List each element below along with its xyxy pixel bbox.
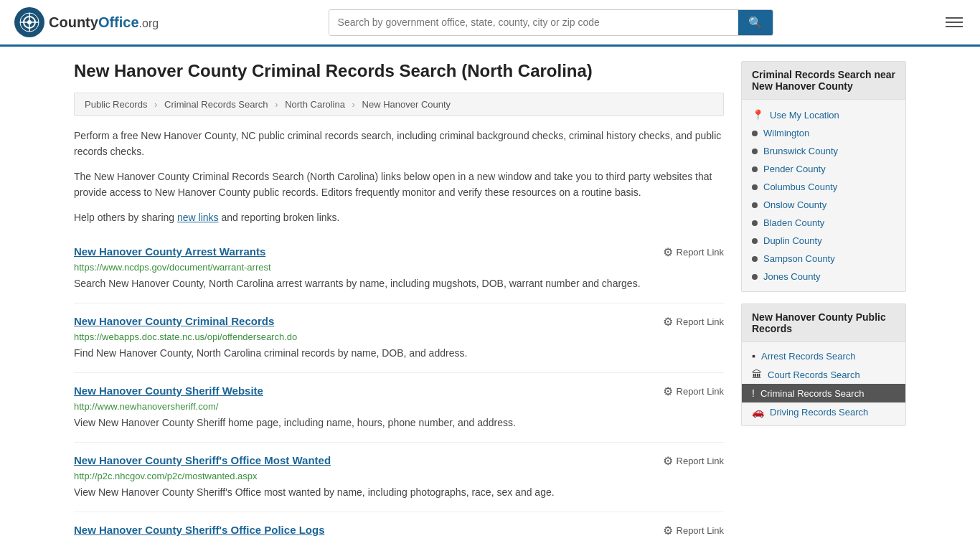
nearby-link-0[interactable]: Wilmington <box>763 128 809 138</box>
search-bar: 🔍 <box>329 9 773 36</box>
nearby-dot <box>752 184 758 190</box>
nearby-dot <box>752 256 758 262</box>
nearby-dot <box>752 274 758 280</box>
public-records-title: New Hanover County Public Records <box>742 304 905 342</box>
search-input[interactable] <box>329 10 738 35</box>
breadcrumb-criminal-records[interactable]: Criminal Records Search <box>164 99 268 110</box>
result-item: New Hanover County Sheriff Website ⚙ Rep… <box>74 373 724 443</box>
nearby-item[interactable]: Jones County <box>742 268 905 286</box>
result-title-0[interactable]: New Hanover County Arrest Warrants <box>74 245 265 258</box>
rec-icon-2: ! <box>752 387 755 399</box>
breadcrumb-current: New Hanover County <box>362 99 451 110</box>
nearby-dot <box>752 166 758 172</box>
report-icon-3: ⚙ <box>663 454 673 468</box>
nearby-item[interactable]: Sampson County <box>742 250 905 268</box>
result-desc-1: Find New Hanover County, North Carolina … <box>74 346 724 361</box>
breadcrumb-north-carolina[interactable]: North Carolina <box>285 99 345 110</box>
result-title-4[interactable]: New Hanover County Sheriff's Office Poli… <box>74 524 324 536</box>
nearby-link-7[interactable]: Sampson County <box>763 253 835 264</box>
nearby-section: Criminal Records Search near New Hanover… <box>741 61 906 292</box>
result-url-2: http://www.newhanoversheriff.com/ <box>74 401 724 412</box>
search-button[interactable]: 🔍 <box>738 10 773 35</box>
report-icon-1: ⚙ <box>663 315 673 329</box>
records-link-3[interactable]: Driving Records Search <box>770 407 868 418</box>
report-icon-0: ⚙ <box>663 245 673 259</box>
nearby-item[interactable]: Brunswick County <box>742 142 905 160</box>
result-title-1[interactable]: New Hanover County Criminal Records <box>74 315 274 327</box>
result-desc-2: View New Hanover County Sheriff home pag… <box>74 415 724 430</box>
result-url-1: https://webapps.doc.state.nc.us/opi/offe… <box>74 331 724 342</box>
records-item[interactable]: ! Criminal Records Search <box>742 384 905 402</box>
rec-icon-1: 🏛 <box>752 369 762 380</box>
sidebar: Criminal Records Search near New Hanover… <box>741 61 906 551</box>
nearby-title: Criminal Records Search near New Hanover… <box>742 62 905 100</box>
nearby-item[interactable]: Pender County <box>742 160 905 178</box>
nearby-item[interactable]: Bladen County <box>742 214 905 232</box>
page-title: New Hanover County Criminal Records Sear… <box>74 61 724 81</box>
result-url-3: http://p2c.nhcgov.com/p2c/mostwanted.asp… <box>74 471 724 481</box>
report-icon-4: ⚙ <box>663 524 673 537</box>
records-link-0[interactable]: Arrest Records Search <box>761 351 856 362</box>
nearby-link-6[interactable]: Duplin County <box>763 235 822 246</box>
report-icon-2: ⚙ <box>663 385 673 398</box>
public-records-section: New Hanover County Public Records ▪ Arre… <box>741 303 906 426</box>
nearby-dot <box>752 220 758 226</box>
nearby-link-2[interactable]: Pender County <box>763 164 826 174</box>
nearby-link-8[interactable]: Jones County <box>763 271 821 282</box>
nearby-dot <box>752 149 758 154</box>
logo-text: CountyOffice.org <box>49 14 159 31</box>
breadcrumb-public-records[interactable]: Public Records <box>85 99 147 110</box>
description-1: Perform a free New Hanover County, NC pu… <box>74 128 724 160</box>
report-link-1[interactable]: ⚙ Report Link <box>663 315 724 329</box>
logo-icon <box>14 7 44 37</box>
nearby-link-3[interactable]: Columbus County <box>763 182 837 192</box>
records-link-1[interactable]: Court Records Search <box>768 369 860 380</box>
result-item: New Hanover County Sheriff's Office Most… <box>74 443 724 512</box>
result-desc-0: Search New Hanover County, North Carolin… <box>74 276 724 291</box>
report-link-0[interactable]: ⚙ Report Link <box>663 245 724 259</box>
nearby-dot <box>752 202 758 208</box>
use-my-location-link[interactable]: Use My Location <box>770 110 839 121</box>
location-icon: 📍 <box>752 109 764 121</box>
rec-icon-3: 🚗 <box>752 406 764 418</box>
report-link-2[interactable]: ⚙ Report Link <box>663 385 724 398</box>
logo[interactable]: CountyOffice.org <box>14 7 159 37</box>
result-desc-3: View New Hanover County Sheriff's Office… <box>74 485 724 500</box>
description-3: Help others by sharing new links and rep… <box>74 209 724 225</box>
records-item[interactable]: 🏛 Court Records Search <box>742 365 905 384</box>
result-item: New Hanover County Criminal Records ⚙ Re… <box>74 303 724 373</box>
result-item: New Hanover County Sheriff's Office Poli… <box>74 512 724 551</box>
result-url-0: https://www.ncdps.gov/document/warrant-a… <box>74 262 724 273</box>
menu-button[interactable] <box>943 14 966 30</box>
nearby-link-5[interactable]: Bladen County <box>763 217 824 228</box>
nearby-dot <box>752 238 758 244</box>
report-link-4[interactable]: ⚙ Report Link <box>663 524 724 537</box>
records-item[interactable]: ▪ Arrest Records Search <box>742 347 905 365</box>
nearby-list: 📍 Use My Location WilmingtonBrunswick Co… <box>742 100 905 291</box>
nearby-item[interactable]: Columbus County <box>742 178 905 196</box>
nearby-link-4[interactable]: Onslow County <box>763 199 826 210</box>
nearby-item[interactable]: Onslow County <box>742 196 905 214</box>
nearby-item[interactable]: Wilmington <box>742 124 905 142</box>
records-link-2[interactable]: Criminal Records Search <box>760 388 864 399</box>
description-2: The New Hanover County Criminal Records … <box>74 169 724 201</box>
result-title-2[interactable]: New Hanover County Sheriff Website <box>74 385 263 397</box>
new-links-link[interactable]: new links <box>177 212 219 223</box>
breadcrumb: Public Records › Criminal Records Search… <box>74 93 724 116</box>
results-list: New Hanover County Arrest Warrants ⚙ Rep… <box>74 234 724 551</box>
nearby-link-1[interactable]: Brunswick County <box>763 146 838 156</box>
report-link-3[interactable]: ⚙ Report Link <box>663 454 724 468</box>
use-my-location-item[interactable]: 📍 Use My Location <box>742 105 905 124</box>
records-list: ▪ Arrest Records Search 🏛 Court Records … <box>742 342 905 425</box>
nearby-item[interactable]: Duplin County <box>742 232 905 250</box>
nearby-dot <box>752 131 758 136</box>
result-title-3[interactable]: New Hanover County Sheriff's Office Most… <box>74 454 331 466</box>
result-item: New Hanover County Arrest Warrants ⚙ Rep… <box>74 234 724 303</box>
records-item[interactable]: 🚗 Driving Records Search <box>742 402 905 421</box>
rec-icon-0: ▪ <box>752 350 755 362</box>
